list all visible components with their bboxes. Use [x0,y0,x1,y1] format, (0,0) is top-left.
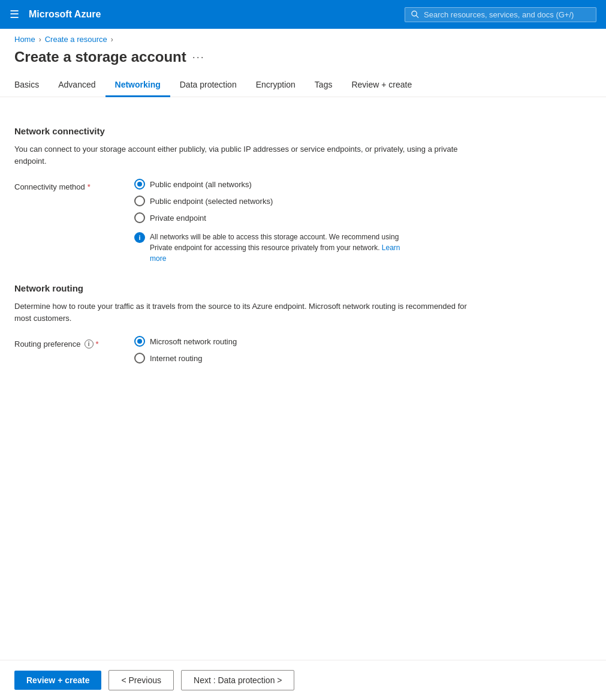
required-star-2: * [96,340,99,349]
network-routing-title: Network routing [14,283,525,293]
connectivity-method-label: Connectivity method * [14,179,134,191]
search-input[interactable] [424,10,590,19]
connectivity-method-controls: Public endpoint (all networks) Public en… [134,179,410,264]
routing-preference-label: Routing preference i * [14,336,134,349]
breadcrumb-create-resource[interactable]: Create a resource [45,35,107,44]
tab-advanced[interactable]: Advanced [49,75,105,97]
tab-encryption[interactable]: Encryption [246,75,305,97]
breadcrumb: Home › Create a resource › [0,29,606,46]
learn-more-link[interactable]: Learn more [150,244,400,263]
network-connectivity-desc: You can connect to your storage account … [14,143,470,167]
radio-private-endpoint[interactable]: Private endpoint [134,212,410,223]
radio-public-selected-networks-indicator [134,196,145,206]
tab-basics[interactable]: Basics [14,75,49,97]
info-icon: i [134,232,145,243]
radio-microsoft-routing[interactable]: Microsoft network routing [134,336,237,347]
page-menu-icon[interactable]: ··· [192,51,205,64]
radio-internet-routing-label: Internet routing [150,354,202,363]
tooltip-icon[interactable]: i [85,340,94,349]
routing-preference-controls: Microsoft network routing Internet routi… [134,336,237,363]
svg-line-1 [416,16,418,18]
network-connectivity-section: Network connectivity You can connect to … [14,126,525,264]
tab-networking[interactable]: Networking [105,75,170,97]
tab-data-protection[interactable]: Data protection [170,75,246,97]
network-connectivity-title: Network connectivity [14,126,525,136]
breadcrumb-sep-2: › [111,35,113,44]
tabs: Basics Advanced Networking Data protecti… [0,75,606,97]
radio-microsoft-routing-label: Microsoft network routing [150,337,237,346]
radio-internet-routing[interactable]: Internet routing [134,353,237,363]
connectivity-info-box: i All networks will be able to access th… [134,232,410,264]
breadcrumb-sep-1: › [39,35,41,44]
page-title-row: Create a storage account ··· [0,46,606,75]
breadcrumb-home[interactable]: Home [14,35,35,44]
svg-point-0 [412,11,417,16]
routing-preference-row: Routing preference i * Microsoft network… [14,336,525,363]
radio-public-all-networks-label: Public endpoint (all networks) [150,180,252,189]
tab-review-create[interactable]: Review + create [342,75,421,97]
radio-public-selected-networks[interactable]: Public endpoint (selected networks) [134,196,410,206]
network-routing-desc: Determine how to route your traffic as i… [14,301,470,324]
hamburger-icon[interactable]: ☰ [10,8,19,21]
radio-microsoft-routing-indicator [134,336,145,347]
radio-public-selected-networks-label: Public endpoint (selected networks) [150,197,273,206]
connectivity-info-text: All networks will be able to access this… [150,232,410,264]
connectivity-method-row: Connectivity method * Public endpoint (a… [14,179,525,264]
topbar: ☰ Microsoft Azure [0,0,606,29]
radio-public-all-networks[interactable]: Public endpoint (all networks) [134,179,410,190]
search-icon [411,10,419,19]
required-star-1: * [88,182,91,191]
radio-private-endpoint-indicator [134,212,145,223]
radio-internet-routing-indicator [134,353,145,363]
radio-public-all-networks-indicator [134,179,145,190]
search-box[interactable] [405,7,596,22]
radio-private-endpoint-label: Private endpoint [150,214,206,223]
azure-logo: Microsoft Azure [29,9,101,20]
page-title: Create a storage account [14,49,186,65]
tab-tags[interactable]: Tags [305,75,342,97]
main-content: Network connectivity You can connect to … [0,97,539,431]
network-routing-section: Network routing Determine how to route y… [14,283,525,363]
